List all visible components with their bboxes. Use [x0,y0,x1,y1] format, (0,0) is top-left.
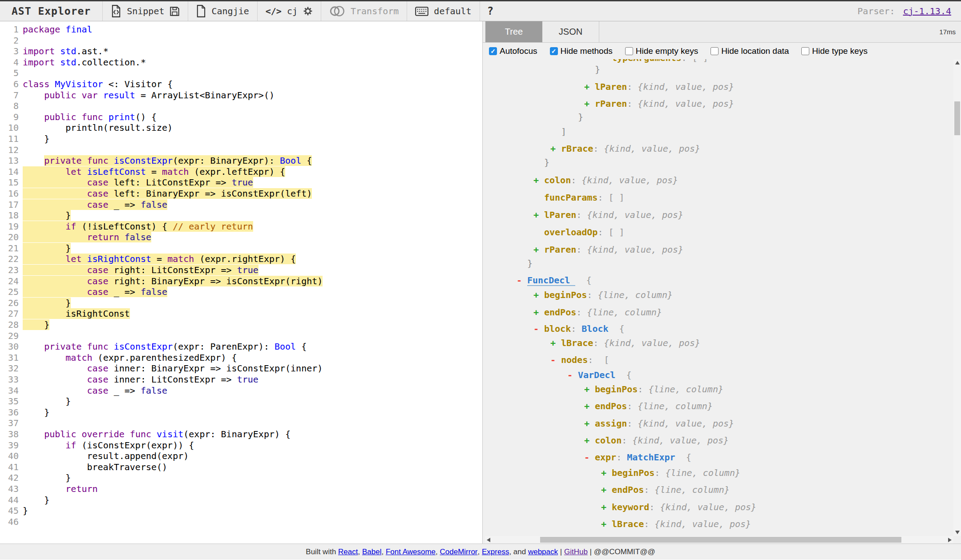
vertical-scrollbar-thumb[interactable] [954,101,960,135]
tab-json[interactable]: JSON [542,21,599,42]
code-line[interactable]: 31 match (expr.parenthesizedExpr) { [0,352,482,363]
expand-icon[interactable]: + [584,383,595,395]
tree-node-row[interactable]: -block: Block { [483,323,953,334]
expand-icon[interactable]: + [533,174,544,186]
tree-node-row[interactable]: +endPos: {line, column} [483,484,953,496]
snippet-button[interactable]: Snippet [127,6,164,16]
expand-icon[interactable]: + [584,435,595,446]
tree-node-row[interactable]: +colon: {kind, value, pos} [483,174,953,186]
code-line[interactable]: 4import std.collection.* [0,57,482,68]
code-line[interactable]: 18 } [0,210,482,221]
collapse-icon[interactable]: - [533,323,544,334]
code-line[interactable]: 36 } [0,407,482,418]
expand-icon[interactable]: + [584,418,595,429]
code-line[interactable]: 43 return [0,483,482,495]
code-line[interactable]: 25 case _ => false [0,286,482,298]
code-line[interactable]: 38 public override func visit(expr: Bina… [0,429,482,440]
checkbox-autofocus[interactable]: ✓Autofocus [489,46,537,56]
checkbox-box[interactable] [801,47,809,55]
code-line[interactable]: 23 case right: LitConstExpr => true [0,265,482,276]
expand-icon[interactable]: + [550,143,561,154]
code-line[interactable]: 29 [0,330,482,342]
tree-node-row[interactable]: +assign: {kind, value, pos} [483,418,953,429]
code-line[interactable]: 20 return false [0,232,482,243]
checkbox-box[interactable]: ✓ [489,47,497,55]
expand-icon[interactable]: + [584,98,595,109]
checkbox-box[interactable] [711,47,719,55]
expand-icon[interactable]: + [533,244,544,255]
code-line[interactable]: 21 } [0,243,482,254]
code-line[interactable]: 14 let isLeftConst = match (expr.leftExp… [0,166,482,177]
code-line[interactable]: 26 } [0,298,482,309]
tree-closer-row[interactable]: } [483,157,953,168]
code-line[interactable]: 8 [0,101,482,112]
tree-node-row[interactable]: +rBrace: {kind, value, pos} [483,143,953,154]
tree-node-row[interactable]: +beginPos: {line, column} [483,289,953,301]
tree-node-row[interactable]: +rParen: {kind, value, pos} [483,98,953,109]
code-line[interactable]: 10 println(result.size) [0,122,482,133]
code-line[interactable]: 45} [0,505,482,516]
tree-node-type-link[interactable]: MatchExpr [627,451,675,463]
code-line[interactable]: 12 [0,145,482,156]
footer-link[interactable]: Express [482,548,509,556]
tree-node-row[interactable]: +endPos: {line, column} [483,400,953,412]
ast-tree-view[interactable]: typeArguments: [ ]}+lParen: {kind, value… [483,59,953,536]
tree-node-row[interactable]: -expr: MatchExpr { [483,451,953,463]
checkbox-hide-methods[interactable]: ✓Hide methods [550,46,613,56]
code-line[interactable]: 35 } [0,396,482,407]
checkbox-box[interactable]: ✓ [550,47,558,55]
code-line[interactable]: 32 case inner: BinaryExpr => isConstExpr… [0,363,482,374]
checkbox-hide-location-data[interactable]: Hide location data [711,46,789,56]
tree-node-row[interactable]: +lParen: {kind, value, pos} [483,81,953,93]
horizontal-scrollbar[interactable] [485,536,953,544]
gear-icon[interactable] [303,6,313,16]
code-line[interactable]: 22 let isRightConst = match (expr.rightE… [0,254,482,265]
tree-closer-row[interactable]: } [483,64,953,75]
footer-link[interactable]: webpack [528,548,558,556]
expand-icon[interactable]: + [601,501,612,513]
parser-version-link[interactable]: cj-1.13.4 [903,6,951,16]
expand-icon[interactable]: + [533,306,544,318]
tab-tree[interactable]: Tree [485,21,542,42]
scroll-up-arrow[interactable] [955,61,960,64]
code-line[interactable]: 27 isRightConst [0,308,482,319]
transform-group[interactable]: Transform [321,1,407,21]
expand-icon[interactable]: + [601,518,612,530]
code-line[interactable]: 6class MyVisitor <: Visitor { [0,79,482,90]
code-line[interactable]: 3import std.ast.* [0,46,482,57]
tree-closer-row[interactable]: } [483,111,953,123]
tree-node-row[interactable]: +colon: {kind, value, pos} [483,435,953,446]
tree-node-type-link[interactable]: VarDecl [578,369,615,381]
checkbox-box[interactable] [625,47,633,55]
code-line[interactable]: 13 private func isConstExpr(expr: Binary… [0,155,482,166]
tree-closer-row[interactable]: ] [483,126,953,137]
footer-link[interactable]: React [338,548,358,556]
tree-node-row[interactable]: overloadOp: [ ] [483,226,953,238]
tree-node-row[interactable]: +lParen: {kind, value, pos} [483,209,953,221]
code-line[interactable]: 9 public func print() { [0,112,482,123]
code-line[interactable]: 41 breakTraverse() [0,462,482,473]
tree-node-row[interactable]: +beginPos: {line, column} [483,467,953,479]
keymap-button[interactable]: default [434,6,471,16]
code-line[interactable]: 17 case _ => false [0,199,482,210]
tree-node-type-link[interactable]: FuncDecl [527,274,575,286]
code-line[interactable]: 46 [0,516,482,528]
code-editor[interactable]: 1package final23import std.ast.*4import … [0,21,483,544]
tree-node-row[interactable]: +beginPos: {line, column} [483,383,953,395]
code-line[interactable]: 40 result.append(expr) [0,451,482,462]
expand-icon[interactable]: + [601,467,612,479]
code-line[interactable]: 33 case inner: LitConstExpr => true [0,374,482,385]
code-line[interactable]: 15 case left: LitConstExpr => true [0,177,482,188]
footer-link[interactable]: Babel [362,548,381,556]
code-line[interactable]: 1package final [0,24,482,35]
scroll-right-arrow[interactable] [948,538,952,542]
expand-icon[interactable]: + [584,81,595,93]
footer-link[interactable]: CodeMirror [440,548,477,556]
scroll-down-arrow[interactable] [955,531,960,534]
help-button[interactable]: ? [480,1,501,21]
scroll-left-arrow[interactable] [487,538,490,542]
code-line[interactable]: 11 } [0,133,482,145]
code-line[interactable]: 37 [0,418,482,429]
vertical-scrollbar[interactable] [953,59,961,536]
code-line[interactable]: 16 case left: BinaryExpr => isConstExpr(… [0,188,482,199]
